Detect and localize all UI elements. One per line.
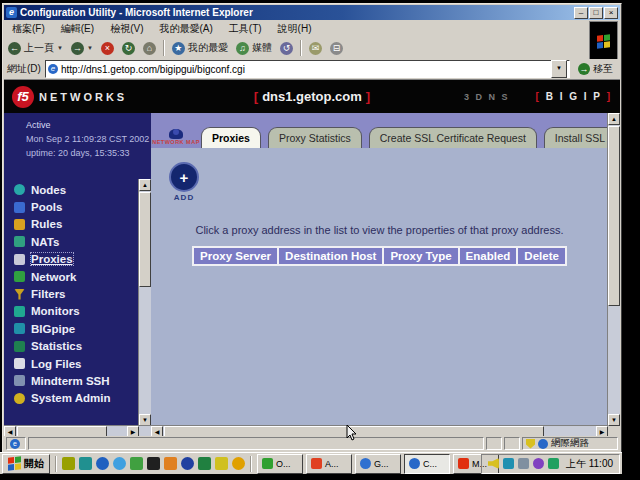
taskbar-window-button[interactable]: O... — [257, 454, 303, 474]
quick-launch-icon[interactable] — [147, 457, 160, 470]
back-button[interactable]: ← 上一頁 ▼ — [4, 39, 67, 57]
mail-button[interactable]: ✉ — [305, 40, 326, 57]
sidebar-vertical-scrollbar[interactable]: ▲ ▼ — [138, 179, 151, 426]
maximize-button[interactable]: □ — [589, 7, 603, 19]
sidebar-item-mindterm-ssh[interactable]: Mindterm SSH — [14, 372, 137, 389]
internet-zone-icon — [538, 439, 548, 449]
app-icon — [311, 458, 322, 469]
menu-tools[interactable]: 工具(T) — [221, 20, 270, 38]
go-button[interactable]: → 移至 — [574, 62, 617, 76]
taskbar-window-button[interactable]: A... — [306, 454, 352, 474]
sidebar-item-log-files[interactable]: Log Files — [14, 355, 137, 372]
scroll-up-icon[interactable]: ▲ — [608, 113, 620, 125]
scrollbar-thumb[interactable] — [608, 126, 620, 306]
forward-dropdown-icon: ▼ — [87, 45, 93, 51]
windows-flag-icon — [8, 456, 21, 470]
f5-header: f5 NETWORKS [dns1.getop.com] 3 D N S [ B… — [4, 80, 620, 113]
menu-favorites[interactable]: 我的最愛(A) — [151, 20, 220, 38]
sidebar-item-network[interactable]: Network — [14, 268, 137, 285]
network-map-button[interactable]: NETWORK MAP — [151, 134, 201, 148]
display-icon[interactable] — [518, 458, 529, 469]
desktop: e Configuration Utility - Microsoft Inte… — [0, 0, 640, 480]
go-icon: → — [578, 63, 590, 75]
close-button[interactable]: × — [604, 7, 618, 19]
sidebar-item-statistics[interactable]: Statistics — [14, 338, 137, 355]
forward-button[interactable]: → ▼ — [67, 40, 97, 57]
browser-window: e Configuration Utility - Microsoft Inte… — [2, 3, 622, 453]
taskbar-window-button-active[interactable]: C... — [404, 454, 450, 474]
mouse-cursor — [346, 424, 358, 442]
quick-launch-icon[interactable] — [215, 457, 228, 470]
scrollbar-thumb[interactable] — [139, 192, 151, 287]
scroll-up-icon[interactable]: ▲ — [139, 179, 151, 191]
scroll-down-icon[interactable]: ▼ — [608, 414, 620, 426]
taskbar-separator — [55, 456, 57, 472]
back-icon: ← — [8, 42, 21, 55]
sidebar-item-system-admin[interactable]: System Admin — [14, 390, 137, 407]
quick-launch-icon[interactable] — [198, 457, 211, 470]
quick-launch-icon[interactable] — [62, 457, 75, 470]
sidebar-item-proxies[interactable]: Proxies — [14, 251, 137, 268]
add-button[interactable]: + — [169, 162, 199, 192]
tab-proxies[interactable]: Proxies — [201, 127, 261, 148]
instruction-text: Click a proxy address in the list to vie… — [151, 224, 608, 236]
menu-view[interactable]: 檢視(V) — [102, 20, 151, 38]
status-pane-small — [486, 437, 502, 450]
tab-create-ssl-certificate-request[interactable]: Create SSL Certificate Request — [369, 127, 537, 148]
tab-proxy-statistics[interactable]: Proxy Statistics — [268, 127, 362, 148]
proxies-content: + ADD Click a proxy address in the list … — [151, 148, 608, 426]
stop-button[interactable]: × — [97, 40, 118, 57]
refresh-button[interactable]: ↻ — [118, 40, 139, 57]
network-icon — [14, 271, 25, 282]
tray-app-icon[interactable] — [533, 458, 544, 469]
taskbar-window-button[interactable]: G... — [355, 454, 401, 474]
sidebar-item-bigpipe[interactable]: BIGpipe — [14, 320, 137, 337]
refresh-icon: ↻ — [122, 42, 135, 55]
sidebar-item-nodes[interactable]: Nodes — [14, 181, 137, 198]
address-input[interactable] — [61, 64, 548, 75]
quick-launch-icon[interactable] — [79, 457, 92, 470]
sidebar-item-monitors[interactable]: Monitors — [14, 303, 137, 320]
quick-launch-icon[interactable] — [113, 457, 126, 470]
quick-launch-icon[interactable] — [181, 457, 194, 470]
sidebar-item-filters[interactable]: Filters — [14, 285, 137, 302]
tray-app-icon[interactable] — [548, 458, 559, 469]
start-button[interactable]: 開始 — [2, 454, 50, 474]
hostname-bracket-right: ] — [366, 89, 370, 104]
quick-launch-icon[interactable] — [164, 457, 177, 470]
sidebar-item-pools[interactable]: Pools — [14, 198, 137, 215]
history-button[interactable]: ↺ — [276, 40, 297, 57]
add-proxy-control: + ADD — [169, 162, 199, 202]
menu-file[interactable]: 檔案(F) — [4, 20, 53, 38]
taskbar-clock[interactable]: 上午 11:00 — [566, 457, 613, 471]
sidebar-menu: Nodes Pools Rules NATs Proxies Network F… — [14, 181, 137, 407]
quick-launch-icon[interactable] — [96, 457, 109, 470]
menu-edit[interactable]: 編輯(E) — [53, 20, 102, 38]
volume-icon[interactable] — [488, 458, 499, 469]
proxy-table: Proxy Server Destination Host Proxy Type… — [151, 246, 608, 266]
address-dropdown-icon[interactable]: ▼ — [551, 60, 567, 78]
print-icon: ⊟ — [330, 42, 343, 55]
column-header-proxy-type: Proxy Type — [384, 248, 457, 264]
media-button[interactable]: ♫ 媒體 — [232, 39, 276, 57]
column-header-enabled: Enabled — [460, 248, 517, 264]
minimize-button[interactable]: – — [574, 7, 588, 19]
address-bar: 網址(D) e ▼ → 移至 — [4, 59, 620, 80]
nats-icon — [14, 236, 25, 247]
quick-launch-icon[interactable] — [130, 457, 143, 470]
status-pane-small — [504, 437, 520, 450]
print-button[interactable]: ⊟ — [326, 40, 347, 57]
home-button[interactable]: ⌂ — [139, 40, 160, 57]
taskbar-window-buttons: O... A... G... C... M... — [257, 454, 478, 474]
main-vertical-scrollbar[interactable]: ▲ ▼ — [607, 113, 620, 426]
filters-icon — [14, 289, 25, 300]
favorites-button[interactable]: ★ 我的最愛 — [168, 39, 232, 57]
ie-throbber-logo — [589, 21, 618, 61]
status-state: Active — [26, 118, 149, 132]
log-files-icon — [14, 358, 25, 369]
sidebar-item-nats[interactable]: NATs — [14, 233, 137, 250]
tray-flag-icon[interactable] — [503, 458, 514, 469]
menu-help[interactable]: 說明(H) — [270, 20, 320, 38]
sidebar-item-rules[interactable]: Rules — [14, 216, 137, 233]
quick-launch-icon[interactable] — [232, 457, 245, 470]
